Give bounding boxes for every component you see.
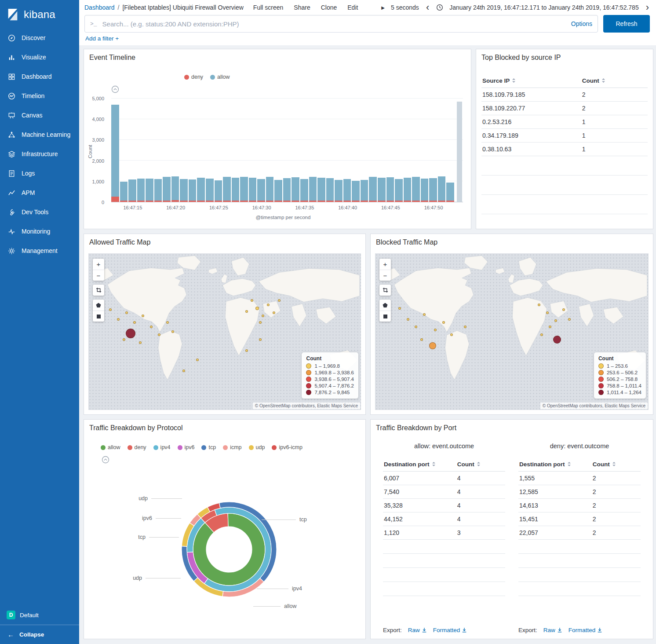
timeline-bar[interactable]	[343, 99, 351, 202]
timeline-bar[interactable]	[429, 99, 437, 202]
timeline-bar[interactable]	[189, 99, 197, 202]
table-row[interactable]: 1,1203	[383, 526, 505, 540]
map-point[interactable]	[150, 326, 153, 328]
map-point[interactable]	[442, 321, 445, 324]
legend-item-icmp[interactable]: icmp	[223, 444, 241, 450]
timeline-bar[interactable]	[223, 99, 231, 202]
map-point[interactable]	[278, 299, 281, 302]
timeline-bar[interactable]	[421, 99, 429, 202]
table-row[interactable]: 158.109.220.772	[481, 102, 648, 115]
legend-item-deny[interactable]: deny	[128, 444, 146, 450]
sidebar-item-monitoring[interactable]: Monitoring	[0, 222, 79, 241]
map-point[interactable]	[117, 318, 120, 321]
map-point[interactable]	[262, 315, 264, 317]
timeline-bar[interactable]	[163, 99, 171, 202]
timeline-bar[interactable]	[215, 99, 222, 202]
timeline-bar[interactable]	[369, 99, 377, 202]
legend-item-ipv6-icmp[interactable]: ipv6-icmp	[272, 444, 302, 450]
timeline-bar[interactable]	[274, 99, 282, 202]
map-point[interactable]	[554, 319, 557, 322]
table-row[interactable]: 35,3284	[383, 499, 505, 512]
table-row[interactable]: 14,6132	[518, 499, 641, 512]
refresh-button[interactable]: Refresh	[603, 15, 650, 33]
map-point[interactable]	[398, 307, 401, 310]
timeline-bar[interactable]	[257, 99, 265, 202]
column-header-destination-port[interactable]: Destination port	[383, 457, 456, 472]
legend-item-ipv6[interactable]: ipv6	[178, 444, 195, 450]
map-point[interactable]	[123, 338, 125, 341]
timeline-bar[interactable]	[317, 99, 325, 202]
map-point[interactable]	[464, 326, 466, 328]
protocol-sunburst-chart[interactable]	[179, 499, 280, 600]
sidebar-item-dev-tools[interactable]: Dev Tools	[0, 202, 79, 222]
map-point[interactable]	[109, 308, 112, 311]
timeline-bar[interactable]	[395, 99, 403, 202]
map-point[interactable]	[125, 311, 128, 314]
timeline-bar[interactable]	[232, 99, 240, 202]
map-point[interactable]	[182, 370, 185, 372]
timeline-bar[interactable]	[249, 99, 257, 202]
time-forward-button[interactable]: ›	[645, 3, 650, 12]
timeline-bar[interactable]	[197, 99, 205, 202]
query-options-link[interactable]: Options	[571, 20, 592, 27]
map-point[interactable]	[434, 329, 437, 331]
map-point[interactable]	[540, 333, 543, 336]
table-row[interactable]: 15,4512	[518, 512, 641, 526]
blocked-traffic-map[interactable]: +−Count1 – 253.6253.6 – 506.2506.2 – 758…	[375, 253, 649, 410]
timeline-bar[interactable]	[154, 99, 162, 202]
table-row[interactable]: 44,1524	[383, 512, 505, 526]
map-point[interactable]	[407, 318, 409, 321]
timeline-bar[interactable]	[438, 99, 446, 202]
zoom-out-button[interactable]: −	[379, 270, 391, 281]
table-row[interactable]: 1,5552	[518, 472, 641, 485]
kibana-logo[interactable]: kibana	[0, 0, 79, 28]
table-row[interactable]: 158.109.79.1852	[481, 88, 648, 102]
full-screen-button[interactable]: Full screen	[253, 4, 283, 11]
timeline-bar[interactable]	[137, 99, 145, 202]
map-point[interactable]	[420, 338, 423, 341]
map-point[interactable]	[166, 321, 169, 324]
map-point[interactable]	[142, 315, 144, 317]
sidebar-item-visualize[interactable]: Visualize	[0, 48, 79, 67]
map-point[interactable]	[415, 326, 417, 328]
draw-rectangle-button[interactable]	[379, 311, 391, 322]
sidebar-item-discover[interactable]: Discover	[0, 28, 79, 48]
zoom-in-button[interactable]: +	[93, 259, 104, 270]
timeline-bar[interactable]	[171, 99, 179, 202]
draw-rectangle-button[interactable]	[93, 311, 104, 322]
map-point[interactable]	[546, 311, 549, 314]
timeline-bar[interactable]	[378, 99, 386, 202]
legend-item-allow[interactable]: allow	[101, 444, 120, 450]
export-raw-link[interactable]: Raw	[408, 627, 427, 633]
map-point[interactable]	[139, 341, 142, 344]
map-point[interactable]	[553, 336, 561, 344]
zoom-out-button[interactable]: −	[93, 270, 104, 281]
sidebar-item-timelion[interactable]: Timelion	[0, 86, 79, 106]
space-selector[interactable]: D Default	[0, 606, 79, 625]
sidebar-item-dashboard[interactable]: Dashboard	[0, 67, 79, 86]
table-row[interactable]: 12,5852	[518, 485, 641, 499]
timeline-bar[interactable]	[146, 99, 153, 202]
map-point[interactable]	[273, 311, 275, 314]
time-range[interactable]: January 24th 2019, 16:47:12.171 to Janua…	[449, 4, 638, 11]
fit-data-bounds-button[interactable]	[93, 285, 104, 296]
map-point[interactable]	[549, 326, 551, 328]
table-row[interactable]: 0.2.53.2161	[481, 115, 648, 129]
table-row[interactable]: 0.34.179.1891	[481, 129, 648, 143]
sidebar-item-logs[interactable]: Logs	[0, 164, 79, 183]
timeline-bar[interactable]	[240, 99, 248, 202]
timeline-bar[interactable]	[128, 99, 136, 202]
draw-polygon-button[interactable]	[93, 300, 104, 311]
sidebar-item-apm[interactable]: APM	[0, 183, 79, 202]
legend-item-udp[interactable]: udp	[249, 444, 265, 450]
column-header-destination-port[interactable]: Destination port	[518, 457, 592, 472]
timeline-bar[interactable]	[404, 99, 412, 202]
legend-item-tcp[interactable]: tcp	[201, 444, 216, 450]
fit-data-bounds-button[interactable]	[379, 285, 391, 296]
timeline-bar[interactable]	[352, 99, 360, 202]
search-box[interactable]: >_ Options	[84, 15, 598, 33]
map-point[interactable]	[259, 338, 262, 341]
table-row[interactable]: 6,0074	[383, 472, 505, 485]
legend-item-ipv4[interactable]: ipv4	[153, 444, 171, 450]
legend-collapse-icon[interactable]	[111, 85, 119, 95]
